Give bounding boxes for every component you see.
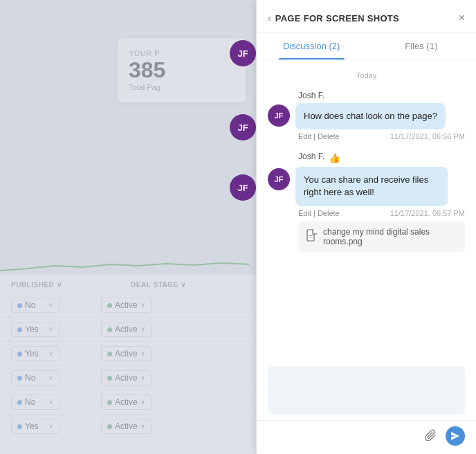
tab-discussion[interactable]: Discussion (2) bbox=[257, 33, 367, 60]
message-meta-2: Edit | Delete 11/17/2021, 06:57 PM bbox=[268, 209, 465, 217]
attach-icon[interactable] bbox=[425, 428, 437, 444]
panel-header-left: ‹ PAGE FOR SCREEN SHOTS bbox=[268, 12, 399, 24]
message-meta-1: Edit | Delete 11/17/2021, 06:56 PM bbox=[268, 132, 465, 140]
message-group-2: Josh F. 👍 JF You can share and receive f… bbox=[268, 152, 465, 251]
left-panel: JF JF JF YOUR P 385 Total Pag PUBLISHED … bbox=[0, 0, 256, 454]
message-row-2: JF You can share and receive files right… bbox=[268, 167, 465, 206]
file-icon bbox=[306, 229, 318, 244]
avatar-top: JF bbox=[230, 40, 256, 66]
file-attachment[interactable]: change my mind digital sales rooms.png bbox=[298, 221, 465, 252]
chat-toolbar bbox=[257, 420, 476, 454]
back-arrow-icon[interactable]: ‹ bbox=[268, 12, 271, 24]
reaction-emoji-2: 👍 bbox=[329, 152, 340, 163]
avatar-msg-1: JF bbox=[268, 105, 290, 127]
message-actions-2[interactable]: Edit | Delete bbox=[298, 209, 340, 217]
message-bubble-1: How does chat look on the page? bbox=[295, 103, 446, 129]
message-actions-1[interactable]: Edit | Delete bbox=[298, 132, 340, 140]
svg-rect-1 bbox=[313, 230, 317, 234]
right-panel: ‹ PAGE FOR SCREEN SHOTS × Discussion (2)… bbox=[256, 0, 476, 454]
tabs-row: Discussion (2) Files (1) bbox=[257, 33, 476, 60]
overlay bbox=[0, 0, 256, 454]
message-group-1: Josh F. JF How does chat look on the pag… bbox=[268, 91, 465, 140]
reply-input-area[interactable] bbox=[268, 366, 465, 415]
avatar-msg-2: JF bbox=[268, 168, 290, 190]
tab-files[interactable]: Files (1) bbox=[367, 33, 477, 60]
send-button[interactable] bbox=[446, 426, 465, 446]
panel-title: PAGE FOR SCREEN SHOTS bbox=[275, 13, 399, 24]
message-time-1: 11/17/2021, 06:56 PM bbox=[390, 132, 465, 140]
file-name: change my mind digital sales rooms.png bbox=[323, 227, 457, 246]
avatar-bottom: JF bbox=[230, 174, 256, 201]
svg-rect-3 bbox=[309, 237, 313, 237]
svg-rect-2 bbox=[309, 235, 313, 236]
date-divider: Today bbox=[268, 71, 465, 80]
message-sender-1: Josh F. bbox=[268, 91, 465, 100]
message-time-2: 11/17/2021, 06:57 PM bbox=[390, 209, 465, 217]
message-sender-2: Josh F. bbox=[298, 152, 324, 161]
chat-area: Today Josh F. JF How does chat look on t… bbox=[257, 60, 476, 361]
avatar-middle: JF bbox=[230, 114, 256, 140]
message-bubble-2: You can share and receive files right he… bbox=[295, 167, 448, 206]
panel-header: ‹ PAGE FOR SCREEN SHOTS × bbox=[257, 0, 476, 33]
close-button[interactable]: × bbox=[459, 12, 465, 24]
message-row-1: JF How does chat look on the page? bbox=[268, 103, 465, 129]
